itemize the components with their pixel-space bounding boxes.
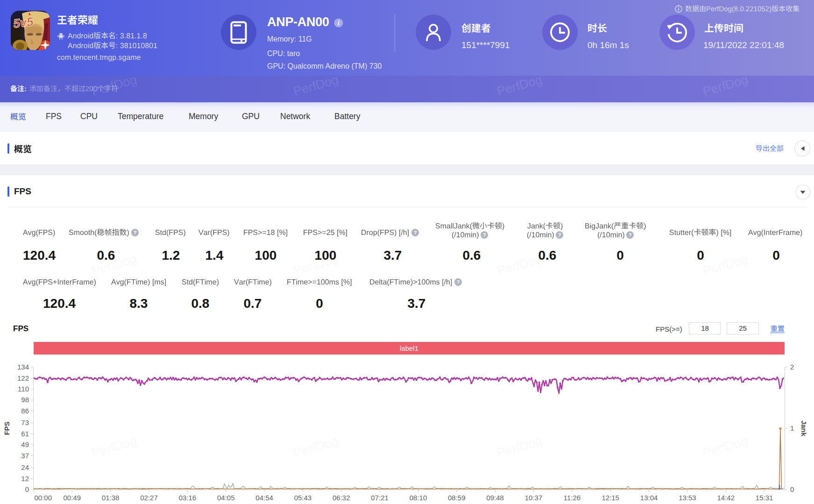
svg-text:04:05: 04:05 [217,494,235,502]
svg-text:FPS: FPS [3,421,11,435]
svg-text:134: 134 [17,363,29,371]
svg-text:0: 0 [25,485,29,493]
svg-text:24: 24 [21,463,29,471]
svg-text:08:10: 08:10 [410,494,427,502]
svg-text:03:16: 03:16 [179,494,197,502]
svg-text:13:53: 13:53 [679,494,696,502]
svg-text:86: 86 [21,407,29,415]
svg-text:37: 37 [21,452,29,460]
svg-text:12: 12 [21,475,29,483]
svg-text:00:49: 00:49 [64,494,81,502]
svg-text:73: 73 [21,419,29,426]
svg-text:49: 49 [21,440,29,448]
svg-text:12:15: 12:15 [602,494,619,502]
svg-text:98: 98 [21,396,29,404]
svg-text:122: 122 [17,374,29,382]
svg-text:11:26: 11:26 [564,494,580,502]
svg-text:61: 61 [21,430,29,438]
svg-text:04:54: 04:54 [255,494,273,502]
svg-text:06:32: 06:32 [333,494,350,502]
svg-text:110: 110 [18,385,29,393]
svg-text:10:37: 10:37 [525,494,543,502]
svg-text:02:27: 02:27 [140,494,158,502]
svg-text:14:42: 14:42 [717,494,735,502]
svg-text:01:38: 01:38 [102,494,120,502]
svg-text:15:31: 15:31 [756,494,773,502]
svg-text:13:04: 13:04 [640,494,658,502]
svg-text:00:00: 00:00 [35,494,52,502]
svg-text:0: 0 [790,485,794,493]
svg-text:Jank: Jank [800,420,808,437]
svg-text:05:43: 05:43 [294,494,312,502]
svg-text:1: 1 [790,424,794,432]
svg-text:2: 2 [790,363,794,371]
svg-text:09:48: 09:48 [486,494,504,502]
svg-text:08:59: 08:59 [448,494,466,502]
svg-text:07:21: 07:21 [371,494,389,502]
